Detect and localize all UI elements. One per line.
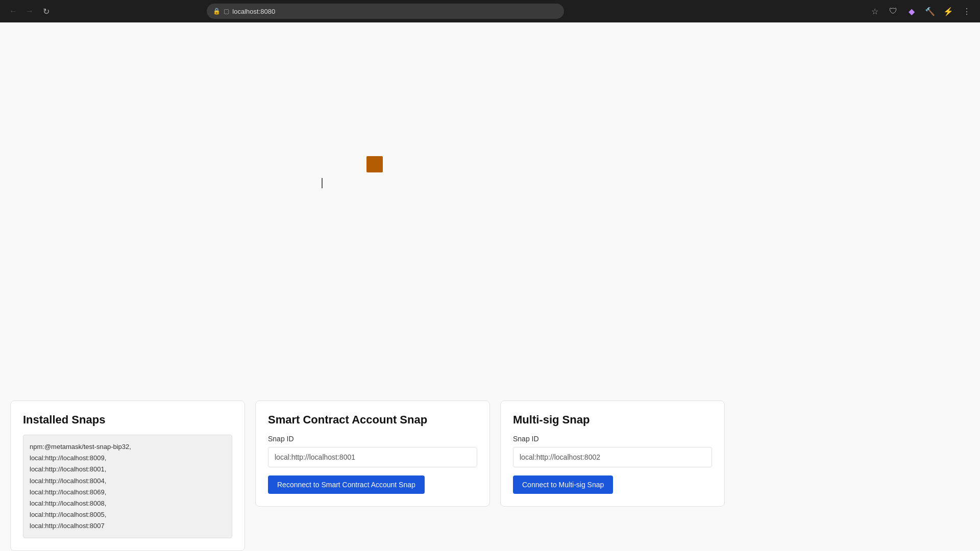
reconnect-smart-contract-button[interactable]: Reconnect to Smart Contract Account Snap [268, 475, 425, 494]
smart-contract-title: Smart Contract Account Snap [268, 413, 477, 427]
installed-snaps-title: Installed Snaps [23, 413, 232, 427]
bottom-panels: Installed Snaps npm:@metamask/test-snap-… [0, 390, 980, 551]
multisig-panel: Multi-sig Snap Snap ID Connect to Multi-… [500, 400, 725, 507]
page-icon: ▢ [224, 8, 229, 15]
address-bar[interactable]: 🔒 ▢ localhost:8080 [207, 4, 564, 19]
reload-button[interactable]: ↻ [39, 4, 53, 18]
installed-snaps-list: npm:@metamask/test-snap-bip32, local:htt… [23, 435, 232, 538]
nav-buttons: ← → ↻ [6, 4, 53, 18]
page-content: Installed Snaps npm:@metamask/test-snap-… [0, 22, 980, 551]
extension2-button[interactable]: ◆ [904, 4, 919, 18]
extension3-button[interactable]: 🔨 [923, 4, 937, 18]
extension1-button[interactable]: 🛡 [886, 4, 900, 18]
multisig-snap-id-input[interactable] [513, 447, 712, 467]
multisig-title: Multi-sig Snap [513, 413, 712, 427]
extensions-button[interactable]: ⚡ [941, 4, 955, 18]
browser-chrome: ← → ↻ 🔒 ▢ localhost:8080 ☆ 🛡 ◆ 🔨 ⚡ ⋮ [0, 0, 980, 22]
text-cursor [322, 178, 323, 188]
back-button[interactable]: ← [6, 4, 20, 18]
bookmark-button[interactable]: ☆ [868, 4, 882, 18]
multisig-snap-id-label: Snap ID [513, 435, 712, 443]
smart-contract-snap-id-label: Snap ID [268, 435, 477, 443]
menu-button[interactable]: ⋮ [960, 4, 974, 18]
center-logo-icon [366, 156, 383, 172]
smart-contract-panel: Smart Contract Account Snap Snap ID Reco… [255, 400, 490, 507]
smart-contract-snap-id-input[interactable] [268, 447, 477, 467]
url-text: localhost:8080 [232, 8, 275, 15]
browser-actions: ☆ 🛡 ◆ 🔨 ⚡ ⋮ [868, 4, 974, 18]
forward-button[interactable]: → [22, 4, 37, 18]
connect-multisig-button[interactable]: Connect to Multi-sig Snap [513, 475, 613, 494]
security-icon: 🔒 [213, 8, 220, 15]
installed-snaps-panel: Installed Snaps npm:@metamask/test-snap-… [10, 400, 245, 551]
